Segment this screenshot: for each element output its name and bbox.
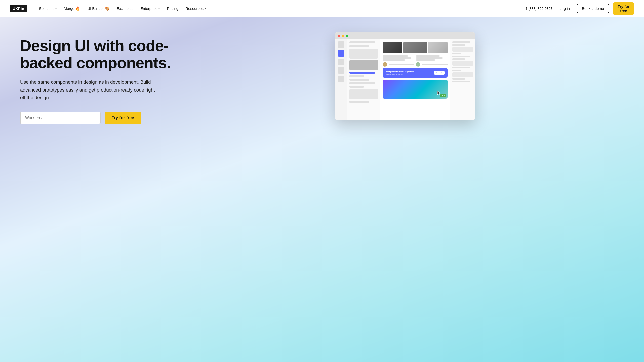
text-line (383, 57, 411, 59)
titlebar (335, 32, 475, 39)
panel-thumb-1 (349, 49, 378, 59)
img-dark (383, 42, 402, 53)
text-col-2 (416, 55, 448, 61)
mockup-main-canvas: Want product news and updates? Sign up f… (380, 39, 450, 120)
chevron-down-icon: ▾ (55, 7, 57, 10)
nav-label-solutions: Solutions (39, 6, 55, 11)
maximize-button-dot (346, 35, 348, 37)
nav-item-enterprise[interactable]: Enterprise ▾ (137, 4, 163, 13)
phone-number: 1 (888) 802-9327 (526, 7, 552, 11)
right-item-1 (452, 41, 470, 43)
right-item-7 (452, 70, 461, 71)
avatar-row-1 (383, 62, 448, 67)
nav-right: 1 (888) 802-9327 Log in Book a demo Try … (526, 2, 634, 15)
sidebar-icon-active (338, 50, 344, 57)
chevron-down-icon: ▾ (158, 7, 160, 10)
sidebar-icon-2 (338, 59, 344, 65)
try-free-button[interactable]: Try for free (105, 112, 141, 124)
text-line (383, 55, 408, 57)
newsletter-banner: Want product news and updates? Sign up f… (383, 68, 448, 78)
newsletter-title: Want product news and updates? (386, 71, 414, 73)
logo[interactable]: UXPin (10, 5, 27, 12)
panel-thumb-3 (349, 89, 378, 99)
panel-item-6 (349, 86, 364, 88)
right-item-3 (452, 53, 461, 54)
hero-section: Design UI with code-backed components. U… (0, 17, 644, 362)
newsletter-subscribe-button: Subscribe (434, 71, 445, 75)
minimize-button-dot (342, 35, 344, 37)
text-line (416, 59, 435, 61)
login-link[interactable]: Log in (556, 4, 573, 13)
nav-item-pricing[interactable]: Pricing (164, 4, 181, 13)
panel-item-blue (349, 72, 375, 74)
nav-item-merge[interactable]: Merge 🔥 (61, 4, 83, 13)
cursor-icon (437, 90, 441, 96)
nav-label-resources: Resources (185, 6, 204, 11)
nav-item-ui-builder[interactable]: UI Builder 🎨 (84, 4, 113, 13)
top-image-row (383, 42, 448, 53)
right-item-2 (452, 44, 465, 46)
hero-subtext: Use the same components in design as in … (20, 78, 156, 101)
sidebar-icon-1 (338, 41, 344, 48)
sidebar-icon-3 (338, 67, 344, 74)
try-free-nav-button[interactable]: Try forfree (613, 2, 634, 15)
panel-thumb-2 (349, 60, 378, 70)
panel-item-7 (349, 101, 369, 103)
mockup-sidebar (335, 39, 347, 120)
panel-item-2 (349, 45, 369, 47)
right-item-4 (452, 56, 470, 57)
app-screenshot-mockup: Want product news and updates? Sign up f… (335, 32, 475, 120)
right-item-8 (452, 78, 465, 80)
nav-item-examples[interactable]: Examples (114, 4, 136, 13)
logo-text: UXPin (10, 5, 27, 12)
right-block-2 (452, 61, 473, 66)
sidebar-icon-4 (338, 76, 344, 82)
nav-label-ui-builder: UI Builder 🎨 (87, 6, 110, 11)
hero-form: Try for free (20, 112, 171, 124)
nav-label-merge: Merge 🔥 (64, 6, 80, 11)
img-light (428, 42, 448, 53)
email-input[interactable] (20, 112, 101, 124)
book-demo-button[interactable]: Book a demo (577, 4, 609, 13)
hero-right: Want product news and updates? Sign up f… (186, 32, 624, 120)
nav-links: Solutions ▾ Merge 🔥 UI Builder 🎨 Example… (36, 4, 526, 13)
nav-label-pricing: Pricing (167, 6, 178, 11)
text-col-1 (383, 55, 414, 61)
hero-heading: Design UI with code-backed components. (20, 37, 171, 71)
mockup-body: Want product news and updates? Sign up f… (335, 39, 475, 120)
avatar (383, 62, 387, 67)
text-rows (383, 55, 448, 61)
nav-label-enterprise: Enterprise (140, 6, 157, 11)
panel-item-1 (349, 41, 375, 43)
text-line (422, 64, 448, 65)
navbar: UXPin Solutions ▾ Merge 🔥 UI Builder 🎨 E… (0, 0, 644, 17)
hero-large-image: DEV (383, 80, 448, 99)
nav-label-examples: Examples (117, 6, 133, 11)
avatar (416, 62, 420, 67)
panel-item-3 (349, 75, 364, 77)
nav-item-solutions[interactable]: Solutions ▾ (36, 4, 60, 13)
right-item-9 (452, 81, 470, 82)
right-item-6 (452, 67, 470, 68)
chevron-down-icon: ▾ (205, 7, 206, 10)
right-block-1 (452, 47, 473, 52)
newsletter-subtitle: Sign up for our newsletter. (386, 73, 414, 75)
newsletter-content: Want product news and updates? Sign up f… (386, 71, 414, 75)
img-med (403, 42, 427, 53)
right-block-3 (452, 72, 473, 77)
text-line (383, 59, 405, 61)
right-item-5 (452, 58, 465, 60)
text-line (416, 57, 443, 59)
text-line (416, 55, 440, 57)
nav-item-resources[interactable]: Resources ▾ (182, 4, 209, 13)
mockup-right-panel (450, 39, 475, 120)
hero-left: Design UI with code-backed components. U… (20, 32, 171, 124)
text-line (389, 64, 414, 65)
panel-item-4 (349, 79, 369, 81)
mockup-left-panel (347, 39, 380, 120)
close-button-dot (338, 35, 340, 37)
panel-item-5 (349, 82, 375, 84)
hero-content: Design UI with code-backed components. U… (20, 32, 624, 352)
